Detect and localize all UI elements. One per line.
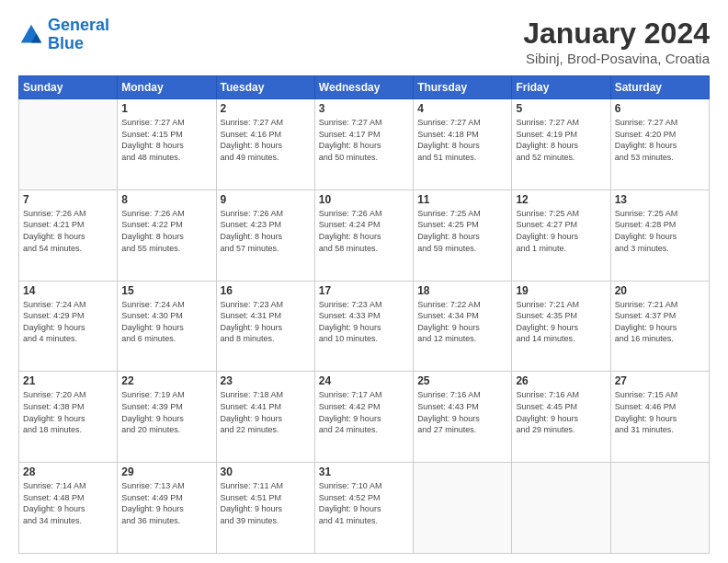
weekday-header: Tuesday bbox=[216, 76, 314, 99]
day-number: 9 bbox=[221, 193, 311, 206]
day-info: Sunrise: 7:27 AMSunset: 4:15 PMDaylight:… bbox=[121, 117, 211, 163]
day-info: Sunrise: 7:23 AMSunset: 4:33 PMDaylight:… bbox=[319, 299, 409, 345]
day-info: Sunrise: 7:18 AMSunset: 4:41 PMDaylight:… bbox=[221, 389, 311, 435]
calendar-day-cell: 4Sunrise: 7:27 AMSunset: 4:18 PMDaylight… bbox=[414, 99, 512, 190]
calendar-day-cell: 14Sunrise: 7:24 AMSunset: 4:29 PMDayligh… bbox=[19, 281, 118, 372]
title-block: January 2024 Sibinj, Brod-Posavina, Croa… bbox=[523, 17, 710, 66]
main-title: January 2024 bbox=[523, 17, 710, 51]
weekday-header: Wednesday bbox=[314, 76, 413, 99]
weekday-header: Monday bbox=[118, 76, 216, 99]
calendar-day-cell: 16Sunrise: 7:23 AMSunset: 4:31 PMDayligh… bbox=[216, 281, 314, 372]
day-number: 24 bbox=[319, 374, 409, 387]
calendar-day-cell: 23Sunrise: 7:18 AMSunset: 4:41 PMDayligh… bbox=[216, 372, 314, 463]
day-info: Sunrise: 7:21 AMSunset: 4:37 PMDaylight:… bbox=[615, 299, 705, 345]
day-info: Sunrise: 7:26 AMSunset: 4:22 PMDaylight:… bbox=[121, 208, 211, 254]
calendar-day-cell: 7Sunrise: 7:26 AMSunset: 4:21 PMDaylight… bbox=[19, 190, 118, 281]
calendar-day-cell: 10Sunrise: 7:26 AMSunset: 4:24 PMDayligh… bbox=[314, 190, 413, 281]
day-number: 11 bbox=[417, 193, 507, 206]
day-info: Sunrise: 7:27 AMSunset: 4:18 PMDaylight:… bbox=[417, 117, 507, 163]
day-info: Sunrise: 7:11 AMSunset: 4:51 PMDaylight:… bbox=[221, 480, 311, 526]
day-number: 7 bbox=[23, 193, 113, 206]
day-number: 10 bbox=[319, 193, 409, 206]
calendar-day-cell: 1Sunrise: 7:27 AMSunset: 4:15 PMDaylight… bbox=[118, 99, 216, 190]
day-number: 2 bbox=[221, 102, 311, 115]
day-number: 26 bbox=[516, 374, 606, 387]
calendar-day-cell bbox=[414, 463, 512, 554]
day-info: Sunrise: 7:17 AMSunset: 4:42 PMDaylight:… bbox=[319, 389, 409, 435]
day-info: Sunrise: 7:19 AMSunset: 4:39 PMDaylight:… bbox=[121, 389, 211, 435]
day-info: Sunrise: 7:15 AMSunset: 4:46 PMDaylight:… bbox=[615, 389, 705, 435]
logo-icon bbox=[18, 22, 44, 48]
day-info: Sunrise: 7:26 AMSunset: 4:24 PMDaylight:… bbox=[319, 208, 409, 254]
day-number: 19 bbox=[516, 284, 606, 297]
day-number: 21 bbox=[23, 374, 113, 387]
day-number: 25 bbox=[417, 374, 507, 387]
day-number: 17 bbox=[319, 284, 409, 297]
calendar-day-cell: 5Sunrise: 7:27 AMSunset: 4:19 PMDaylight… bbox=[512, 99, 610, 190]
calendar-day-cell bbox=[610, 463, 709, 554]
logo-blue: Blue bbox=[48, 34, 84, 52]
day-info: Sunrise: 7:16 AMSunset: 4:43 PMDaylight:… bbox=[417, 389, 507, 435]
day-number: 1 bbox=[121, 102, 211, 115]
day-number: 16 bbox=[221, 284, 311, 297]
day-number: 15 bbox=[121, 284, 211, 297]
calendar-day-cell: 28Sunrise: 7:14 AMSunset: 4:48 PMDayligh… bbox=[19, 463, 118, 554]
calendar-day-cell: 8Sunrise: 7:26 AMSunset: 4:22 PMDaylight… bbox=[118, 190, 216, 281]
calendar-week-row: 7Sunrise: 7:26 AMSunset: 4:21 PMDaylight… bbox=[19, 190, 710, 281]
day-number: 31 bbox=[319, 465, 409, 478]
calendar-day-cell: 2Sunrise: 7:27 AMSunset: 4:16 PMDaylight… bbox=[216, 99, 314, 190]
day-info: Sunrise: 7:22 AMSunset: 4:34 PMDaylight:… bbox=[417, 299, 507, 345]
day-info: Sunrise: 7:13 AMSunset: 4:49 PMDaylight:… bbox=[121, 480, 211, 526]
weekday-header: Thursday bbox=[414, 76, 512, 99]
calendar-day-cell: 12Sunrise: 7:25 AMSunset: 4:27 PMDayligh… bbox=[512, 190, 610, 281]
day-info: Sunrise: 7:24 AMSunset: 4:29 PMDaylight:… bbox=[23, 299, 113, 345]
day-number: 4 bbox=[417, 102, 507, 115]
day-info: Sunrise: 7:26 AMSunset: 4:21 PMDaylight:… bbox=[23, 208, 113, 254]
calendar-day-cell: 30Sunrise: 7:11 AMSunset: 4:51 PMDayligh… bbox=[216, 463, 314, 554]
day-number: 13 bbox=[615, 193, 705, 206]
day-info: Sunrise: 7:27 AMSunset: 4:19 PMDaylight:… bbox=[516, 117, 606, 163]
calendar-day-cell: 9Sunrise: 7:26 AMSunset: 4:23 PMDaylight… bbox=[216, 190, 314, 281]
calendar-day-cell: 11Sunrise: 7:25 AMSunset: 4:25 PMDayligh… bbox=[414, 190, 512, 281]
logo-general: General bbox=[48, 16, 109, 34]
day-number: 18 bbox=[417, 284, 507, 297]
day-info: Sunrise: 7:24 AMSunset: 4:30 PMDaylight:… bbox=[121, 299, 211, 345]
calendar-day-cell: 19Sunrise: 7:21 AMSunset: 4:35 PMDayligh… bbox=[512, 281, 610, 372]
calendar-day-cell: 22Sunrise: 7:19 AMSunset: 4:39 PMDayligh… bbox=[118, 372, 216, 463]
calendar-day-cell: 18Sunrise: 7:22 AMSunset: 4:34 PMDayligh… bbox=[414, 281, 512, 372]
day-info: Sunrise: 7:16 AMSunset: 4:45 PMDaylight:… bbox=[516, 389, 606, 435]
day-number: 14 bbox=[23, 284, 113, 297]
day-info: Sunrise: 7:27 AMSunset: 4:20 PMDaylight:… bbox=[615, 117, 705, 163]
day-info: Sunrise: 7:21 AMSunset: 4:35 PMDaylight:… bbox=[516, 299, 606, 345]
day-info: Sunrise: 7:10 AMSunset: 4:52 PMDaylight:… bbox=[319, 480, 409, 526]
calendar-day-cell: 6Sunrise: 7:27 AMSunset: 4:20 PMDaylight… bbox=[610, 99, 709, 190]
calendar-day-cell: 17Sunrise: 7:23 AMSunset: 4:33 PMDayligh… bbox=[314, 281, 413, 372]
day-info: Sunrise: 7:26 AMSunset: 4:23 PMDaylight:… bbox=[221, 208, 311, 254]
logo-text: General Blue bbox=[48, 17, 109, 53]
day-number: 20 bbox=[615, 284, 705, 297]
calendar-day-cell: 24Sunrise: 7:17 AMSunset: 4:42 PMDayligh… bbox=[314, 372, 413, 463]
day-number: 3 bbox=[319, 102, 409, 115]
calendar-day-cell: 31Sunrise: 7:10 AMSunset: 4:52 PMDayligh… bbox=[314, 463, 413, 554]
day-number: 6 bbox=[615, 102, 705, 115]
day-number: 30 bbox=[221, 465, 311, 478]
day-number: 27 bbox=[615, 374, 705, 387]
calendar-day-cell: 29Sunrise: 7:13 AMSunset: 4:49 PMDayligh… bbox=[118, 463, 216, 554]
calendar-day-cell: 3Sunrise: 7:27 AMSunset: 4:17 PMDaylight… bbox=[314, 99, 413, 190]
subtitle: Sibinj, Brod-Posavina, Croatia bbox=[523, 51, 710, 66]
page: General Blue January 2024 Sibinj, Brod-P… bbox=[0, 0, 728, 563]
day-number: 23 bbox=[221, 374, 311, 387]
calendar-day-cell: 20Sunrise: 7:21 AMSunset: 4:37 PMDayligh… bbox=[610, 281, 709, 372]
calendar-day-cell bbox=[19, 99, 118, 190]
day-info: Sunrise: 7:25 AMSunset: 4:27 PMDaylight:… bbox=[516, 208, 606, 254]
day-info: Sunrise: 7:23 AMSunset: 4:31 PMDaylight:… bbox=[221, 299, 311, 345]
calendar-day-cell: 27Sunrise: 7:15 AMSunset: 4:46 PMDayligh… bbox=[610, 372, 709, 463]
weekday-header: Saturday bbox=[610, 76, 709, 99]
day-info: Sunrise: 7:20 AMSunset: 4:38 PMDaylight:… bbox=[23, 389, 113, 435]
calendar-table: SundayMondayTuesdayWednesdayThursdayFrid… bbox=[18, 75, 710, 554]
day-info: Sunrise: 7:27 AMSunset: 4:17 PMDaylight:… bbox=[319, 117, 409, 163]
calendar-week-row: 14Sunrise: 7:24 AMSunset: 4:29 PMDayligh… bbox=[19, 281, 710, 372]
day-number: 12 bbox=[516, 193, 606, 206]
calendar-week-row: 21Sunrise: 7:20 AMSunset: 4:38 PMDayligh… bbox=[19, 372, 710, 463]
calendar-day-cell bbox=[512, 463, 610, 554]
